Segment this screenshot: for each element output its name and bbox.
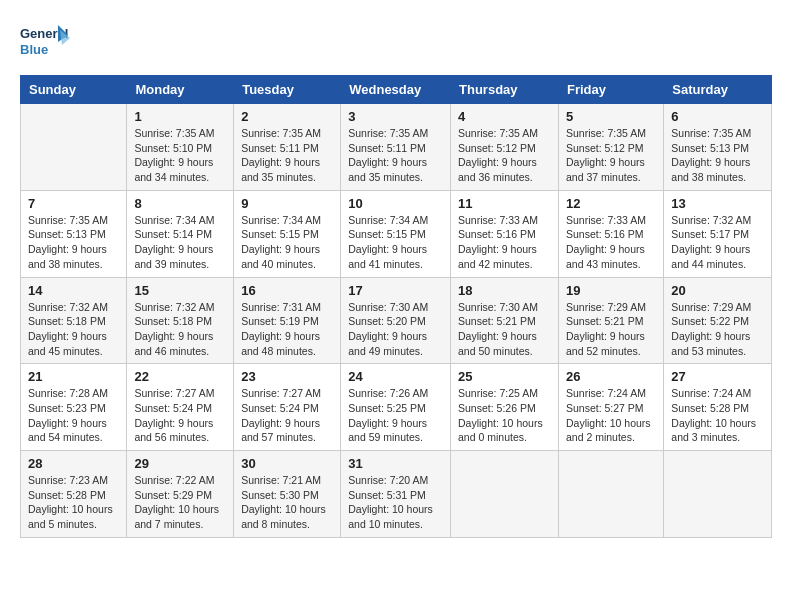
calendar-cell: 13Sunrise: 7:32 AMSunset: 5:17 PMDayligh…	[664, 190, 772, 277]
day-number: 8	[134, 196, 226, 211]
calendar-cell: 19Sunrise: 7:29 AMSunset: 5:21 PMDayligh…	[558, 277, 663, 364]
svg-text:Blue: Blue	[20, 42, 48, 57]
day-number: 29	[134, 456, 226, 471]
day-number: 21	[28, 369, 119, 384]
calendar-cell: 17Sunrise: 7:30 AMSunset: 5:20 PMDayligh…	[341, 277, 451, 364]
calendar-cell: 29Sunrise: 7:22 AMSunset: 5:29 PMDayligh…	[127, 451, 234, 538]
calendar-cell: 3Sunrise: 7:35 AMSunset: 5:11 PMDaylight…	[341, 104, 451, 191]
day-number: 19	[566, 283, 656, 298]
week-row-3: 14Sunrise: 7:32 AMSunset: 5:18 PMDayligh…	[21, 277, 772, 364]
header-tuesday: Tuesday	[234, 76, 341, 104]
cell-content: Sunrise: 7:29 AMSunset: 5:21 PMDaylight:…	[566, 300, 656, 359]
cell-content: Sunrise: 7:27 AMSunset: 5:24 PMDaylight:…	[241, 386, 333, 445]
cell-content: Sunrise: 7:28 AMSunset: 5:23 PMDaylight:…	[28, 386, 119, 445]
day-number: 6	[671, 109, 764, 124]
calendar-cell: 10Sunrise: 7:34 AMSunset: 5:15 PMDayligh…	[341, 190, 451, 277]
calendar-cell: 1Sunrise: 7:35 AMSunset: 5:10 PMDaylight…	[127, 104, 234, 191]
day-number: 28	[28, 456, 119, 471]
week-row-4: 21Sunrise: 7:28 AMSunset: 5:23 PMDayligh…	[21, 364, 772, 451]
calendar-cell	[21, 104, 127, 191]
day-number: 13	[671, 196, 764, 211]
day-number: 10	[348, 196, 443, 211]
day-number: 4	[458, 109, 551, 124]
day-number: 20	[671, 283, 764, 298]
day-number: 23	[241, 369, 333, 384]
calendar-cell: 6Sunrise: 7:35 AMSunset: 5:13 PMDaylight…	[664, 104, 772, 191]
calendar-cell: 24Sunrise: 7:26 AMSunset: 5:25 PMDayligh…	[341, 364, 451, 451]
cell-content: Sunrise: 7:35 AMSunset: 5:13 PMDaylight:…	[28, 213, 119, 272]
calendar-cell: 7Sunrise: 7:35 AMSunset: 5:13 PMDaylight…	[21, 190, 127, 277]
day-number: 1	[134, 109, 226, 124]
day-number: 3	[348, 109, 443, 124]
day-number: 16	[241, 283, 333, 298]
calendar-cell: 30Sunrise: 7:21 AMSunset: 5:30 PMDayligh…	[234, 451, 341, 538]
cell-content: Sunrise: 7:30 AMSunset: 5:20 PMDaylight:…	[348, 300, 443, 359]
calendar-cell: 11Sunrise: 7:33 AMSunset: 5:16 PMDayligh…	[451, 190, 559, 277]
calendar-cell: 27Sunrise: 7:24 AMSunset: 5:28 PMDayligh…	[664, 364, 772, 451]
cell-content: Sunrise: 7:32 AMSunset: 5:18 PMDaylight:…	[134, 300, 226, 359]
calendar-cell	[451, 451, 559, 538]
calendar-cell: 5Sunrise: 7:35 AMSunset: 5:12 PMDaylight…	[558, 104, 663, 191]
day-number: 18	[458, 283, 551, 298]
cell-content: Sunrise: 7:21 AMSunset: 5:30 PMDaylight:…	[241, 473, 333, 532]
calendar-cell: 16Sunrise: 7:31 AMSunset: 5:19 PMDayligh…	[234, 277, 341, 364]
cell-content: Sunrise: 7:20 AMSunset: 5:31 PMDaylight:…	[348, 473, 443, 532]
calendar-cell: 18Sunrise: 7:30 AMSunset: 5:21 PMDayligh…	[451, 277, 559, 364]
cell-content: Sunrise: 7:35 AMSunset: 5:11 PMDaylight:…	[241, 126, 333, 185]
calendar-cell: 26Sunrise: 7:24 AMSunset: 5:27 PMDayligh…	[558, 364, 663, 451]
calendar-cell: 28Sunrise: 7:23 AMSunset: 5:28 PMDayligh…	[21, 451, 127, 538]
day-number: 27	[671, 369, 764, 384]
calendar-cell: 31Sunrise: 7:20 AMSunset: 5:31 PMDayligh…	[341, 451, 451, 538]
logo: General Blue	[20, 20, 76, 65]
cell-content: Sunrise: 7:35 AMSunset: 5:12 PMDaylight:…	[458, 126, 551, 185]
day-number: 12	[566, 196, 656, 211]
calendar-cell: 25Sunrise: 7:25 AMSunset: 5:26 PMDayligh…	[451, 364, 559, 451]
cell-content: Sunrise: 7:24 AMSunset: 5:28 PMDaylight:…	[671, 386, 764, 445]
header-monday: Monday	[127, 76, 234, 104]
calendar-cell: 9Sunrise: 7:34 AMSunset: 5:15 PMDaylight…	[234, 190, 341, 277]
calendar-header-row: SundayMondayTuesdayWednesdayThursdayFrid…	[21, 76, 772, 104]
day-number: 17	[348, 283, 443, 298]
cell-content: Sunrise: 7:24 AMSunset: 5:27 PMDaylight:…	[566, 386, 656, 445]
day-number: 5	[566, 109, 656, 124]
calendar-cell: 20Sunrise: 7:29 AMSunset: 5:22 PMDayligh…	[664, 277, 772, 364]
cell-content: Sunrise: 7:27 AMSunset: 5:24 PMDaylight:…	[134, 386, 226, 445]
calendar-cell	[664, 451, 772, 538]
header-sunday: Sunday	[21, 76, 127, 104]
calendar-cell: 22Sunrise: 7:27 AMSunset: 5:24 PMDayligh…	[127, 364, 234, 451]
cell-content: Sunrise: 7:29 AMSunset: 5:22 PMDaylight:…	[671, 300, 764, 359]
cell-content: Sunrise: 7:35 AMSunset: 5:10 PMDaylight:…	[134, 126, 226, 185]
day-number: 30	[241, 456, 333, 471]
day-number: 15	[134, 283, 226, 298]
cell-content: Sunrise: 7:34 AMSunset: 5:15 PMDaylight:…	[241, 213, 333, 272]
day-number: 26	[566, 369, 656, 384]
cell-content: Sunrise: 7:31 AMSunset: 5:19 PMDaylight:…	[241, 300, 333, 359]
calendar-cell: 14Sunrise: 7:32 AMSunset: 5:18 PMDayligh…	[21, 277, 127, 364]
cell-content: Sunrise: 7:25 AMSunset: 5:26 PMDaylight:…	[458, 386, 551, 445]
cell-content: Sunrise: 7:35 AMSunset: 5:13 PMDaylight:…	[671, 126, 764, 185]
week-row-1: 1Sunrise: 7:35 AMSunset: 5:10 PMDaylight…	[21, 104, 772, 191]
calendar-table: SundayMondayTuesdayWednesdayThursdayFrid…	[20, 75, 772, 538]
day-number: 25	[458, 369, 551, 384]
day-number: 22	[134, 369, 226, 384]
day-number: 9	[241, 196, 333, 211]
calendar-cell: 15Sunrise: 7:32 AMSunset: 5:18 PMDayligh…	[127, 277, 234, 364]
header-thursday: Thursday	[451, 76, 559, 104]
day-number: 11	[458, 196, 551, 211]
cell-content: Sunrise: 7:33 AMSunset: 5:16 PMDaylight:…	[458, 213, 551, 272]
cell-content: Sunrise: 7:30 AMSunset: 5:21 PMDaylight:…	[458, 300, 551, 359]
calendar-cell: 2Sunrise: 7:35 AMSunset: 5:11 PMDaylight…	[234, 104, 341, 191]
calendar-cell: 4Sunrise: 7:35 AMSunset: 5:12 PMDaylight…	[451, 104, 559, 191]
cell-content: Sunrise: 7:33 AMSunset: 5:16 PMDaylight:…	[566, 213, 656, 272]
day-number: 24	[348, 369, 443, 384]
day-number: 14	[28, 283, 119, 298]
cell-content: Sunrise: 7:35 AMSunset: 5:11 PMDaylight:…	[348, 126, 443, 185]
day-number: 2	[241, 109, 333, 124]
header-saturday: Saturday	[664, 76, 772, 104]
day-number: 31	[348, 456, 443, 471]
day-number: 7	[28, 196, 119, 211]
calendar-cell: 8Sunrise: 7:34 AMSunset: 5:14 PMDaylight…	[127, 190, 234, 277]
header-wednesday: Wednesday	[341, 76, 451, 104]
cell-content: Sunrise: 7:32 AMSunset: 5:18 PMDaylight:…	[28, 300, 119, 359]
cell-content: Sunrise: 7:22 AMSunset: 5:29 PMDaylight:…	[134, 473, 226, 532]
